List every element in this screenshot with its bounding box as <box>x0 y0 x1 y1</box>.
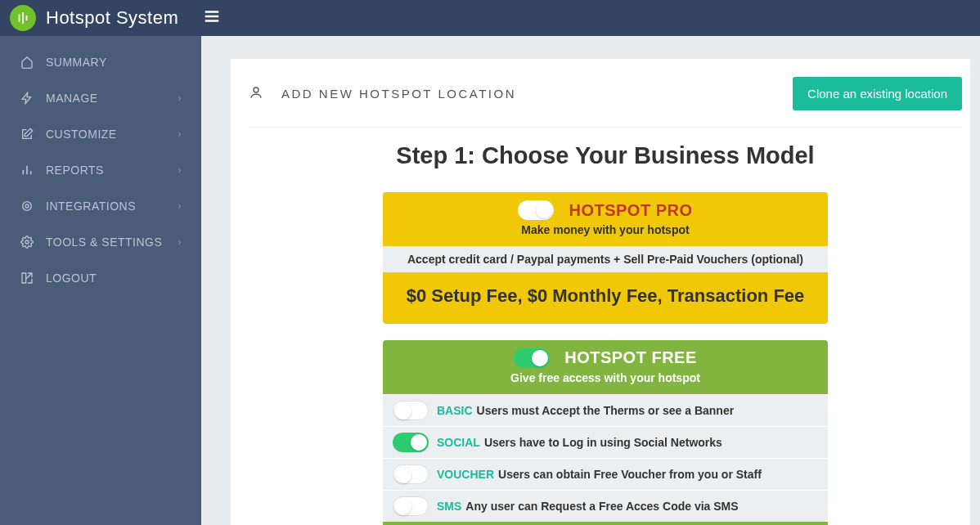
sidebar-item-label: TOOLS & SETTINGS <box>46 236 162 249</box>
basic-toggle[interactable] <box>393 401 429 420</box>
chevron-right-icon: › <box>178 164 182 176</box>
sms-toggle[interactable] <box>393 496 429 516</box>
user-icon <box>249 85 263 103</box>
option-key: SMS <box>437 500 461 513</box>
logo-icon <box>10 5 36 31</box>
hotspot-free-toggle[interactable] <box>514 348 550 368</box>
sidebar-item-manage[interactable]: MANAGE › <box>0 80 201 116</box>
sidebar-item-customize[interactable]: CUSTOMIZE › <box>0 116 201 152</box>
svg-point-3 <box>254 88 258 92</box>
option-row-sms: SMS Any user can Request a Free Acces Co… <box>383 490 828 522</box>
hotspot-free-title: HOTSPOT FREE <box>564 348 697 367</box>
voucher-toggle[interactable] <box>393 464 429 484</box>
sidebar-item-tools[interactable]: TOOLS & SETTINGS › <box>0 224 201 260</box>
target-icon <box>20 200 34 213</box>
sidebar-item-label: REPORTS <box>46 164 104 177</box>
option-row-social: SOCIAL Users have to Log in using Social… <box>383 426 828 458</box>
chart-icon <box>20 164 34 177</box>
sidebar-item-label: MANAGE <box>46 92 98 105</box>
card: ADD NEW HOTSPOT LOCATION Clone an existi… <box>231 59 970 525</box>
svg-point-1 <box>25 204 29 208</box>
option-row-basic: BASIC Users must Accept the Therms or se… <box>383 394 828 426</box>
gear-icon <box>20 236 34 249</box>
hotspot-pro-toggle[interactable] <box>518 200 554 220</box>
home-icon <box>20 56 34 69</box>
hotspot-free-fee: Some Services have a Monthly Fee Startin… <box>383 522 828 525</box>
hotspot-pro-description: Accept credit card / Paypal payments + S… <box>383 246 828 272</box>
step-title: Step 1: Choose Your Business Model <box>249 142 962 169</box>
sidebar-item-label: SUMMARY <box>46 56 107 69</box>
sidebar-item-reports[interactable]: REPORTS › <box>0 152 201 188</box>
logout-icon <box>20 271 34 285</box>
clone-location-button[interactable]: Clone an existing location <box>793 77 962 110</box>
topbar: Hotspot System <box>0 0 980 36</box>
option-key: BASIC <box>437 404 473 417</box>
chevron-right-icon: › <box>178 92 182 104</box>
chevron-right-icon: › <box>178 236 182 248</box>
bolt-icon <box>20 92 34 105</box>
hotspot-free-box: HOTSPOT FREE Give free access with your … <box>383 340 828 525</box>
hotspot-free-subtitle: Give free access with your hotspot <box>391 371 820 384</box>
social-toggle[interactable] <box>393 433 429 452</box>
option-row-voucher: VOUCHER Users can obtain Free Voucher fr… <box>383 458 828 490</box>
sidebar-item-integrations[interactable]: INTEGRATIONS › <box>0 188 201 224</box>
hotspot-pro-fee: $0 Setup Fee, $0 Monthly Fee, Transactio… <box>383 272 828 324</box>
option-key: SOCIAL <box>437 436 480 449</box>
hotspot-pro-box: HOTSPOT PRO Make money with your hotspot… <box>383 192 828 324</box>
brand-title: Hotspot System <box>46 7 178 29</box>
chevron-right-icon: › <box>178 128 182 140</box>
hotspot-pro-title: HOTSPOT PRO <box>569 201 692 220</box>
svg-point-0 <box>23 202 32 211</box>
option-text: Users can obtain Free Voucher from you o… <box>498 468 762 481</box>
sidebar: SUMMARY MANAGE › CUSTOMIZE › REPORTS › I… <box>0 36 201 525</box>
sidebar-item-label: LOGOUT <box>46 271 97 285</box>
option-text: Users have to Log in using Social Networ… <box>484 436 722 449</box>
option-key: VOUCHER <box>437 468 494 481</box>
page-title: ADD NEW HOTSPOT LOCATION <box>281 87 516 101</box>
card-header: ADD NEW HOTSPOT LOCATION Clone an existi… <box>249 77 962 128</box>
edit-icon <box>20 128 34 141</box>
svg-point-2 <box>25 240 29 244</box>
option-text: Any user can Request a Free Acces Code v… <box>465 500 738 513</box>
sidebar-item-label: INTEGRATIONS <box>46 200 136 213</box>
sidebar-item-label: CUSTOMIZE <box>46 128 117 141</box>
menu-toggle-icon[interactable] <box>203 7 221 29</box>
option-text: Users must Accept the Therms or see a Ba… <box>477 404 735 417</box>
sidebar-item-summary[interactable]: SUMMARY <box>0 44 201 80</box>
hotspot-pro-subtitle: Make money with your hotspot <box>391 223 820 236</box>
chevron-right-icon: › <box>178 200 182 212</box>
sidebar-item-logout[interactable]: LOGOUT <box>0 260 201 296</box>
main-content: ADD NEW HOTSPOT LOCATION Clone an existi… <box>201 36 980 525</box>
